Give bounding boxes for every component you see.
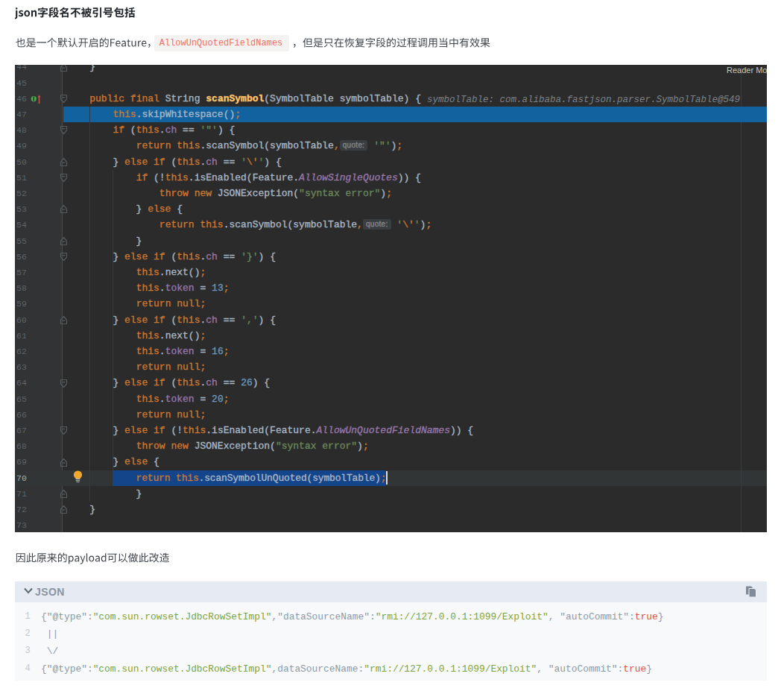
svg-text:symbolTable: com.alibaba.fastj: symbolTable: com.alibaba.fastjson.parser…: [427, 95, 740, 105]
